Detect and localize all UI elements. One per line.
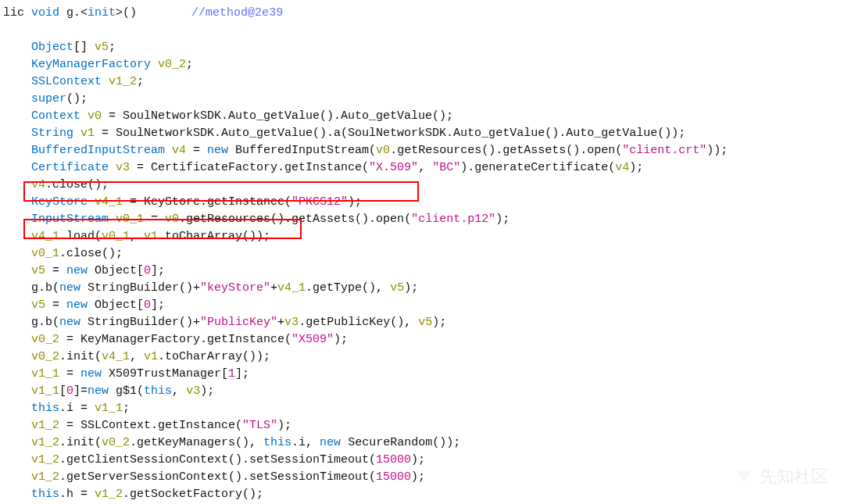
txt: )); [706, 144, 728, 157]
comma: , [130, 350, 144, 363]
string: "keyStore" [200, 281, 270, 295]
var: v0_2 [31, 350, 59, 363]
txt: KeyManagerFactory.getInstance( [80, 333, 291, 346]
txt: .i = [59, 402, 95, 415]
string: "client.p12" [411, 213, 495, 226]
txt: .getSocketFactory(); [123, 488, 263, 501]
var: v1_2 [31, 470, 59, 484]
var: v1_2 [109, 75, 137, 88]
var: v4 [172, 144, 186, 157]
var: v1_1 [31, 384, 59, 398]
code-line: String v1 = SoulNetworkSDK.Auto_getValue… [3, 125, 841, 142]
num: 0 [144, 298, 151, 312]
num: 0 [144, 264, 151, 277]
kw: new [320, 436, 341, 449]
var: v0_1 [31, 247, 59, 260]
txt: SSLContext.getInstance( [80, 419, 242, 432]
txt: ]; [151, 264, 165, 277]
txt: .load( [59, 230, 102, 243]
txt: .h = [59, 488, 95, 501]
var: v3 [186, 384, 200, 398]
txt: ); [495, 213, 510, 226]
txt: ); [348, 195, 362, 209]
var: v4_1 [102, 350, 130, 363]
txt: .getResources().getAssets().open( [390, 144, 622, 157]
txt: .toCharArray()); [158, 230, 270, 243]
txt: .close(); [45, 178, 109, 191]
txt: .init( [59, 350, 102, 363]
kw: new [66, 264, 88, 277]
var: v4_1 [277, 281, 306, 295]
var: v1_1 [95, 402, 123, 415]
eq: = [102, 109, 123, 123]
comment: //method@2e39 [191, 6, 283, 20]
txt: ]= [73, 384, 88, 398]
kw: new [59, 281, 80, 295]
paren: () [123, 6, 137, 20]
code-line-highlighted-2: v4_1.load(v0_1, v1.toCharArray()); [3, 228, 841, 245]
code-viewer: lic void g.<init>()//method@2e39 Object[… [0, 0, 844, 504]
var: v1 [144, 230, 158, 243]
brackets: [] [73, 41, 95, 54]
string: "PKCS12" [291, 195, 348, 209]
rest: SoulNetworkSDK.Auto_getValue().a(SoulNet… [116, 127, 685, 140]
var: v5 [31, 298, 45, 312]
txt: .getKeyManagers(), [130, 436, 263, 449]
txt: CertificateFactory.getInstance( [151, 161, 369, 174]
this: this [144, 384, 172, 398]
txt: KeyStore.getInstance( [144, 195, 291, 209]
this: this [31, 402, 59, 415]
semi: ; [109, 41, 116, 54]
code-line: v1_2 = SSLContext.getInstance("TLS"); [3, 417, 841, 434]
string: "X509" [291, 333, 334, 346]
eq: = [45, 298, 66, 312]
txt: ).generateCertificate( [460, 161, 615, 174]
blank-line [3, 22, 841, 39]
var: v4_1 [95, 195, 123, 209]
eq: = [95, 127, 116, 140]
comma: , [130, 230, 144, 243]
rest: (); [66, 92, 88, 105]
angle-open: < [80, 6, 88, 20]
eq: = [144, 213, 165, 226]
var: v4 [31, 178, 45, 191]
txt: ); [629, 161, 643, 174]
txt: .i, [291, 436, 320, 449]
string: "X.509" [369, 161, 418, 174]
txt: .getClientSessionContext().setSessionTim… [59, 453, 376, 466]
num: 15000 [376, 453, 411, 466]
txt: ); [200, 384, 214, 398]
comma: , [418, 161, 432, 174]
num: 0 [66, 384, 73, 398]
angle-close: > [116, 6, 123, 20]
watermark-text: 先知社区 [760, 468, 828, 485]
code-line: g.b(new StringBuilder()+"PublicKey"+v3.g… [3, 314, 841, 331]
type: String [31, 127, 80, 140]
var: v3 [116, 161, 130, 174]
method-name: g. [59, 6, 80, 20]
eq: = [45, 264, 66, 277]
eq: = [186, 144, 207, 157]
semi: ; [123, 402, 130, 415]
txt: .getPublicKey(), [299, 316, 418, 329]
header-pre: lic [3, 6, 31, 20]
eq: = [59, 367, 80, 381]
var: v0_1 [116, 213, 144, 226]
code-line: KeyManagerFactory v0_2; [3, 56, 841, 73]
var: v1_2 [31, 436, 59, 449]
string: "TLS" [242, 419, 277, 432]
code-line: SSLContext v1_2; [3, 73, 841, 91]
code-line: v0_2 = KeyManagerFactory.getInstance("X5… [3, 331, 841, 349]
txt: ); [404, 281, 418, 295]
txt: [ [59, 384, 66, 398]
code-line: super(); [3, 91, 841, 108]
var: v0_2 [102, 436, 130, 449]
var: v1 [144, 350, 158, 363]
type: KeyStore [31, 195, 95, 209]
code-line: BufferedInputStream v4 = new BufferedInp… [3, 142, 841, 159]
type: Object [31, 41, 73, 54]
var: v1_1 [31, 367, 59, 381]
var: v0_1 [102, 230, 130, 243]
kw: new [66, 298, 88, 312]
var: v0 [165, 213, 179, 226]
